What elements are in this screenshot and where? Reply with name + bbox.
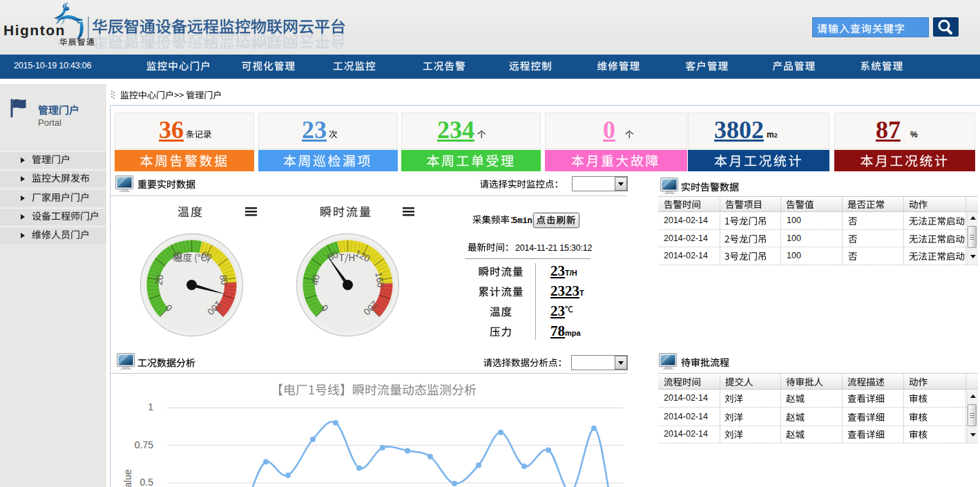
svg-text:200: 200 — [361, 298, 380, 317]
svg-text:100: 100 — [205, 298, 224, 317]
svg-text:0: 0 — [163, 303, 174, 314]
svg-text:40: 40 — [310, 274, 322, 286]
svg-text:120: 120 — [353, 248, 372, 265]
svg-text:160: 160 — [374, 271, 386, 289]
svg-text:80: 80 — [218, 274, 229, 286]
svg-text:40: 40 — [170, 249, 184, 263]
svg-text:0: 0 — [319, 303, 330, 314]
svg-text:60: 60 — [200, 249, 213, 263]
svg-text:20: 20 — [154, 274, 166, 286]
svg-text:80: 80 — [326, 249, 340, 263]
